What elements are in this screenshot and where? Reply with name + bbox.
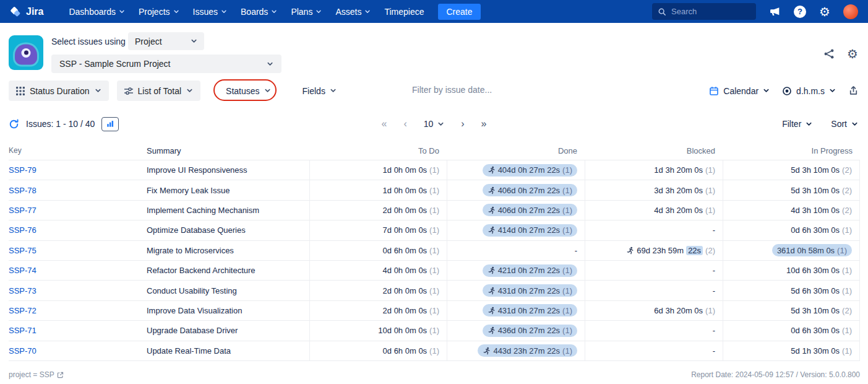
runner-icon xyxy=(488,307,496,315)
create-button[interactable]: Create xyxy=(438,4,480,20)
refresh-button[interactable] xyxy=(9,118,19,130)
inprogress-cell: 4d 3h 10m 0s(2) xyxy=(723,201,860,220)
nav-item-dashboards[interactable]: Dashboards xyxy=(62,0,132,23)
project-dropdown[interactable]: SSP - Sample Scrum Project xyxy=(51,55,281,73)
issue-key-link[interactable]: SSP-76 xyxy=(9,225,37,235)
runner-icon xyxy=(488,166,496,174)
issue-source-value: Project xyxy=(135,37,162,46)
statuses-dropdown[interactable]: Statuses xyxy=(226,81,270,101)
issue-key-link[interactable]: SSP-74 xyxy=(9,266,37,275)
search-input[interactable] xyxy=(671,7,750,16)
nav-item-projects[interactable]: Projects xyxy=(132,0,186,23)
table-row: SSP-77Implement Caching Mechanism2d 0h 0… xyxy=(9,200,860,220)
statuses-label: Statuses xyxy=(226,86,259,96)
nav-item-label: Projects xyxy=(139,7,170,17)
blocked-cell: - xyxy=(585,220,723,240)
table-row: SSP-76Optimize Database Queries7d 0h 0m … xyxy=(9,220,860,240)
issue-summary: Improve Data Visualization xyxy=(147,301,309,320)
first-page-button[interactable]: « xyxy=(381,118,387,129)
gear-icon[interactable]: ⚙ xyxy=(847,48,858,60)
inprogress-cell: 361d 0h 58m 0s(1) xyxy=(723,241,860,260)
status-duration-table: Key Summary To Do Done Blocked In Progre… xyxy=(9,141,860,361)
megaphone-icon[interactable] xyxy=(769,6,781,17)
blocked-cell: - xyxy=(585,321,723,340)
chevron-down-icon xyxy=(95,87,101,94)
blocked-cell: 4d 3h 20m 0s(1) xyxy=(585,201,723,220)
column-header-summary: Summary xyxy=(147,146,309,155)
view-mode-dropdown[interactable]: List of Total xyxy=(117,81,201,101)
external-link-icon xyxy=(57,372,64,378)
issue-summary: Optimize Database Queries xyxy=(147,220,309,240)
share-icon[interactable] xyxy=(823,48,835,59)
report-actions: ⚙ xyxy=(823,48,858,60)
jira-logo-icon xyxy=(9,5,22,18)
sort-dropdown[interactable]: Sort xyxy=(831,119,858,129)
nav-item-timepiece[interactable]: Timepiece xyxy=(377,0,431,23)
done-cell: 406d 0h 27m 22s(1) xyxy=(447,180,585,199)
chevron-down-icon xyxy=(829,87,836,94)
inprogress-cell: 5d 1h 30m 0s(1) xyxy=(723,341,860,360)
calendar-dropdown[interactable]: Calendar xyxy=(709,86,770,96)
chevron-down-icon xyxy=(267,61,273,68)
todo-cell: 2d 0h 0m 0s(1) xyxy=(309,281,447,300)
issue-summary: Fix Memory Leak Issue xyxy=(147,180,309,199)
jira-logo[interactable]: Jira xyxy=(0,5,53,18)
nav-item-label: Assets xyxy=(335,7,361,17)
chevron-down-icon xyxy=(806,121,812,128)
nav-item-issues[interactable]: Issues xyxy=(186,0,234,23)
gear-icon[interactable]: ⚙ xyxy=(819,6,830,18)
chart-view-button[interactable] xyxy=(101,117,119,131)
runner-icon xyxy=(488,287,496,295)
done-cell: - xyxy=(447,241,585,260)
report-type-dropdown[interactable]: Status Duration xyxy=(9,81,109,101)
todo-cell: 0d 6h 0m 0s(1) xyxy=(309,341,447,360)
chevron-down-icon xyxy=(264,87,271,94)
table-row: SSP-71Upgrade Database Driver10d 0h 0m 0… xyxy=(9,320,860,340)
blocked-cell: - xyxy=(585,281,723,300)
column-header-done: Done xyxy=(447,146,585,155)
next-page-button[interactable]: › xyxy=(461,118,464,129)
pager-left-group: Issues: 1 - 10 / 40 xyxy=(9,113,119,135)
issue-source-dropdown[interactable]: Project xyxy=(128,32,204,50)
done-cell: 431d 0h 27m 22s(1) xyxy=(447,281,585,300)
app-alien-icon xyxy=(15,44,37,64)
nav-item-plans[interactable]: Plans xyxy=(284,0,329,23)
help-icon[interactable]: ? xyxy=(794,6,806,18)
issue-key-link[interactable]: SSP-72 xyxy=(9,306,37,315)
nav-item-assets[interactable]: Assets xyxy=(329,0,377,23)
column-header-blocked: Blocked xyxy=(585,146,723,155)
jql-link[interactable]: project = SSP xyxy=(9,370,64,379)
previous-page-button[interactable]: ‹ xyxy=(403,118,406,129)
issue-key-link[interactable]: SSP-71 xyxy=(9,326,37,335)
issue-key-link[interactable]: SSP-77 xyxy=(9,206,37,215)
fields-label: Fields xyxy=(303,86,325,96)
issue-key-link[interactable]: SSP-75 xyxy=(9,246,37,255)
export-button[interactable] xyxy=(848,85,859,96)
nav-item-boards[interactable]: Boards xyxy=(234,0,284,23)
todo-cell: 10d 0h 0m 0s(1) xyxy=(309,321,447,340)
time-format-dropdown[interactable]: d.h.m.s xyxy=(782,86,836,96)
todo-cell: 1d 0h 0m 0s(1) xyxy=(309,160,447,180)
inprogress-cell: 5d 3h 10m 0s(2) xyxy=(723,160,860,180)
todo-cell: 7d 0h 0m 0s(1) xyxy=(309,220,447,240)
filter-dropdown[interactable]: Filter xyxy=(782,119,812,129)
sort-label: Sort xyxy=(831,119,847,129)
global-search[interactable] xyxy=(652,3,756,20)
issue-summary: Conduct Usability Testing xyxy=(147,281,309,300)
app-logo xyxy=(9,35,43,70)
chevron-down-icon xyxy=(851,121,858,128)
fields-dropdown[interactable]: Fields xyxy=(303,81,337,101)
grid-icon xyxy=(16,87,25,95)
issue-key-link[interactable]: SSP-73 xyxy=(9,286,37,295)
chevron-down-icon xyxy=(186,87,193,94)
pager-right-group: Filter Sort xyxy=(782,113,858,135)
issue-key-link[interactable]: SSP-70 xyxy=(9,346,37,356)
table-row: SSP-78Fix Memory Leak Issue1d 0h 0m 0s(1… xyxy=(9,180,860,199)
brand-label: Jira xyxy=(26,6,43,17)
last-page-button[interactable]: » xyxy=(481,118,487,129)
issue-key-link[interactable]: SSP-79 xyxy=(9,165,37,175)
issue-key-link[interactable]: SSP-78 xyxy=(9,186,37,195)
page-size-dropdown[interactable]: 10 xyxy=(424,119,445,129)
user-avatar[interactable] xyxy=(843,4,858,19)
issue-date-filter-input[interactable] xyxy=(412,85,554,95)
